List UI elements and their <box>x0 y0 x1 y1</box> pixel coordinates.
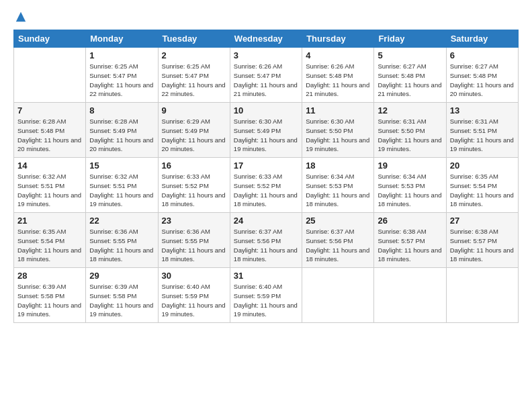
calendar-cell: 25Sunrise: 6:37 AMSunset: 5:56 PMDayligh… <box>302 213 374 268</box>
day-info: Sunrise: 6:29 AMSunset: 5:49 PMDaylight:… <box>162 117 226 154</box>
day-info: Sunrise: 6:32 AMSunset: 5:51 PMDaylight:… <box>17 172 82 209</box>
day-info: Sunrise: 6:26 AMSunset: 5:48 PMDaylight:… <box>306 62 370 99</box>
day-info: Sunrise: 6:38 AMSunset: 5:57 PMDaylight:… <box>450 227 515 264</box>
calendar-cell: 11Sunrise: 6:30 AMSunset: 5:50 PMDayligh… <box>302 103 374 158</box>
calendar-cell: 6Sunrise: 6:27 AMSunset: 5:48 PMDaylight… <box>446 48 518 103</box>
day-number: 21 <box>17 216 82 226</box>
day-info: Sunrise: 6:28 AMSunset: 5:48 PMDaylight:… <box>17 117 82 154</box>
day-info: Sunrise: 6:39 AMSunset: 5:58 PMDaylight:… <box>17 282 82 319</box>
day-info: Sunrise: 6:37 AMSunset: 5:56 PMDaylight:… <box>306 227 370 264</box>
calendar-cell: 7Sunrise: 6:28 AMSunset: 5:48 PMDaylight… <box>14 103 86 158</box>
day-number: 26 <box>378 216 442 226</box>
week-row-3: 14Sunrise: 6:32 AMSunset: 5:51 PMDayligh… <box>14 158 519 213</box>
calendar-cell: 24Sunrise: 6:37 AMSunset: 5:56 PMDayligh… <box>230 213 302 268</box>
day-number: 23 <box>162 216 226 226</box>
logo-icon <box>15 11 27 23</box>
calendar-cell: 22Sunrise: 6:36 AMSunset: 5:55 PMDayligh… <box>86 213 158 268</box>
day-number: 24 <box>234 216 298 226</box>
calendar-table: Sunday Monday Tuesday Wednesday Thursday… <box>13 30 519 323</box>
calendar-cell: 30Sunrise: 6:40 AMSunset: 5:59 PMDayligh… <box>158 268 230 323</box>
week-row-1: 1Sunrise: 6:25 AMSunset: 5:47 PMDaylight… <box>14 48 519 103</box>
calendar-cell: 17Sunrise: 6:33 AMSunset: 5:52 PMDayligh… <box>230 158 302 213</box>
calendar-cell: 15Sunrise: 6:32 AMSunset: 5:51 PMDayligh… <box>86 158 158 213</box>
day-info: Sunrise: 6:36 AMSunset: 5:55 PMDaylight:… <box>162 227 226 264</box>
calendar-cell: 14Sunrise: 6:32 AMSunset: 5:51 PMDayligh… <box>14 158 86 213</box>
calendar-cell: 31Sunrise: 6:40 AMSunset: 5:59 PMDayligh… <box>230 268 302 323</box>
day-number: 19 <box>378 161 442 171</box>
col-thursday: Thursday <box>302 30 374 48</box>
calendar-header-row: Sunday Monday Tuesday Wednesday Thursday… <box>14 30 519 48</box>
day-info: Sunrise: 6:33 AMSunset: 5:52 PMDaylight:… <box>234 172 298 209</box>
day-number: 7 <box>17 105 82 116</box>
day-info: Sunrise: 6:25 AMSunset: 5:47 PMDaylight:… <box>89 62 154 99</box>
calendar-cell: 12Sunrise: 6:31 AMSunset: 5:50 PMDayligh… <box>374 103 446 158</box>
day-number: 10 <box>234 105 298 116</box>
day-number: 20 <box>450 161 515 171</box>
week-row-5: 28Sunrise: 6:39 AMSunset: 5:58 PMDayligh… <box>14 268 519 323</box>
calendar-cell: 29Sunrise: 6:39 AMSunset: 5:58 PMDayligh… <box>86 268 158 323</box>
day-info: Sunrise: 6:36 AMSunset: 5:55 PMDaylight:… <box>89 227 154 264</box>
day-info: Sunrise: 6:35 AMSunset: 5:54 PMDaylight:… <box>450 172 515 209</box>
day-info: Sunrise: 6:33 AMSunset: 5:52 PMDaylight:… <box>162 172 226 209</box>
calendar-cell: 21Sunrise: 6:35 AMSunset: 5:54 PMDayligh… <box>14 213 86 268</box>
calendar-cell: 4Sunrise: 6:26 AMSunset: 5:48 PMDaylight… <box>302 48 374 103</box>
col-tuesday: Tuesday <box>158 30 230 48</box>
calendar-cell: 19Sunrise: 6:34 AMSunset: 5:53 PMDayligh… <box>374 158 446 213</box>
calendar-cell: 23Sunrise: 6:36 AMSunset: 5:55 PMDayligh… <box>158 213 230 268</box>
day-number: 14 <box>17 161 82 171</box>
day-info: Sunrise: 6:31 AMSunset: 5:51 PMDaylight:… <box>450 117 515 154</box>
calendar-cell: 18Sunrise: 6:34 AMSunset: 5:53 PMDayligh… <box>302 158 374 213</box>
day-info: Sunrise: 6:31 AMSunset: 5:50 PMDaylight:… <box>378 117 442 154</box>
logo <box>13 11 27 23</box>
day-info: Sunrise: 6:37 AMSunset: 5:56 PMDaylight:… <box>234 227 298 264</box>
day-number: 15 <box>89 161 154 171</box>
day-number: 16 <box>162 161 226 171</box>
day-number: 22 <box>89 216 154 226</box>
day-number: 13 <box>450 105 515 116</box>
calendar-cell: 13Sunrise: 6:31 AMSunset: 5:51 PMDayligh… <box>446 103 518 158</box>
calendar-cell: 10Sunrise: 6:30 AMSunset: 5:49 PMDayligh… <box>230 103 302 158</box>
day-info: Sunrise: 6:27 AMSunset: 5:48 PMDaylight:… <box>378 62 442 99</box>
day-number: 2 <box>162 50 226 60</box>
svg-marker-0 <box>16 12 26 21</box>
calendar-cell: 28Sunrise: 6:39 AMSunset: 5:58 PMDayligh… <box>14 268 86 323</box>
day-info: Sunrise: 6:27 AMSunset: 5:48 PMDaylight:… <box>450 62 515 99</box>
day-info: Sunrise: 6:34 AMSunset: 5:53 PMDaylight:… <box>378 172 442 209</box>
calendar-cell <box>374 268 446 323</box>
day-number: 30 <box>162 271 226 281</box>
col-friday: Friday <box>374 30 446 48</box>
calendar-cell: 16Sunrise: 6:33 AMSunset: 5:52 PMDayligh… <box>158 158 230 213</box>
col-saturday: Saturday <box>446 30 518 48</box>
day-number: 3 <box>234 50 298 60</box>
calendar-cell: 8Sunrise: 6:28 AMSunset: 5:49 PMDaylight… <box>86 103 158 158</box>
day-info: Sunrise: 6:35 AMSunset: 5:54 PMDaylight:… <box>17 227 82 264</box>
calendar-cell <box>14 48 86 103</box>
day-info: Sunrise: 6:40 AMSunset: 5:59 PMDaylight:… <box>162 282 226 319</box>
calendar-cell: 5Sunrise: 6:27 AMSunset: 5:48 PMDaylight… <box>374 48 446 103</box>
header <box>13 11 519 23</box>
day-info: Sunrise: 6:38 AMSunset: 5:57 PMDaylight:… <box>378 227 442 264</box>
calendar-cell: 26Sunrise: 6:38 AMSunset: 5:57 PMDayligh… <box>374 213 446 268</box>
col-sunday: Sunday <box>14 30 86 48</box>
day-number: 8 <box>89 105 154 116</box>
day-number: 6 <box>450 50 515 60</box>
week-row-2: 7Sunrise: 6:28 AMSunset: 5:48 PMDaylight… <box>14 103 519 158</box>
day-info: Sunrise: 6:25 AMSunset: 5:47 PMDaylight:… <box>162 62 226 99</box>
calendar-cell: 27Sunrise: 6:38 AMSunset: 5:57 PMDayligh… <box>446 213 518 268</box>
day-number: 27 <box>450 216 515 226</box>
col-monday: Monday <box>86 30 158 48</box>
week-row-4: 21Sunrise: 6:35 AMSunset: 5:54 PMDayligh… <box>14 213 519 268</box>
day-number: 11 <box>306 105 370 116</box>
day-number: 28 <box>17 271 82 281</box>
calendar-cell: 2Sunrise: 6:25 AMSunset: 5:47 PMDaylight… <box>158 48 230 103</box>
calendar-cell: 9Sunrise: 6:29 AMSunset: 5:49 PMDaylight… <box>158 103 230 158</box>
day-number: 17 <box>234 161 298 171</box>
day-number: 31 <box>234 271 298 281</box>
day-info: Sunrise: 6:30 AMSunset: 5:50 PMDaylight:… <box>306 117 370 154</box>
day-number: 9 <box>162 105 226 116</box>
calendar-cell: 20Sunrise: 6:35 AMSunset: 5:54 PMDayligh… <box>446 158 518 213</box>
day-number: 5 <box>378 50 442 60</box>
calendar-cell: 1Sunrise: 6:25 AMSunset: 5:47 PMDaylight… <box>86 48 158 103</box>
calendar-cell <box>302 268 374 323</box>
day-info: Sunrise: 6:30 AMSunset: 5:49 PMDaylight:… <box>234 117 298 154</box>
